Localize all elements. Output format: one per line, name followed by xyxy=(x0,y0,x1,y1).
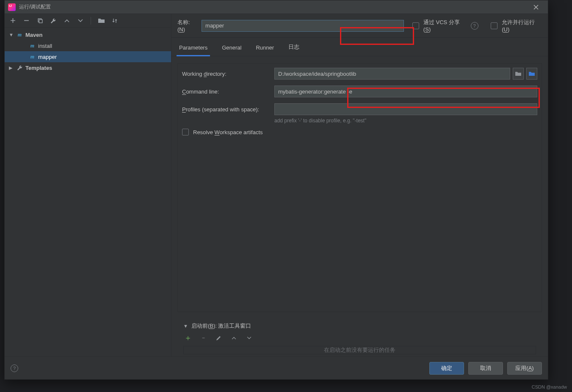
tab-logs[interactable]: 日志 xyxy=(287,39,301,56)
cmd-label: Command line: xyxy=(182,88,274,95)
cancel-button[interactable]: 取消 xyxy=(468,362,503,375)
tree-node-label: mapper xyxy=(38,54,57,60)
close-button[interactable] xyxy=(528,0,544,14)
config-panel: 名称:(N) 通过 VCS 分享(S) ? 允许并行运行(U) Paramete… xyxy=(171,14,548,356)
resolve-workspace-checkbox[interactable] xyxy=(182,129,189,135)
tab-general[interactable]: General xyxy=(220,40,243,56)
maven-icon: m xyxy=(17,32,23,38)
cmd-input[interactable] xyxy=(274,86,537,97)
wrench-icon xyxy=(17,65,23,71)
caret-right-icon: ▶ xyxy=(9,65,14,71)
before-launch-empty: 在启动之前没有要运行的任务 xyxy=(324,346,395,354)
tree-node-maven[interactable]: ▼ m Maven xyxy=(5,29,171,40)
apply-button[interactable]: 应用(A) xyxy=(507,362,542,375)
name-label: 名称:(N) xyxy=(177,19,197,33)
share-vcs-checkbox[interactable] xyxy=(412,22,419,29)
caret-down-icon: ▼ xyxy=(9,32,14,37)
before-launch-list[interactable]: 在启动之前没有要运行的任务 xyxy=(183,346,536,354)
move-up-button[interactable] xyxy=(63,17,71,25)
before-edit-button[interactable] xyxy=(215,334,222,342)
config-tree[interactable]: ▼ m Maven m install m mapper ▶ xyxy=(5,28,171,356)
titlebar: 运行/调试配置 xyxy=(5,0,548,14)
profiles-label: Profiles (separated with space): xyxy=(182,106,274,113)
ok-button[interactable]: 确定 xyxy=(429,362,464,375)
share-help-icon[interactable]: ? xyxy=(471,22,478,30)
browse-workdir-button[interactable] xyxy=(513,68,524,80)
tab-runner[interactable]: Runner xyxy=(254,40,276,56)
tab-bar: Parameters General Runner 日志 xyxy=(171,38,548,56)
workdir-label: Working directory: xyxy=(182,71,274,77)
before-add-button[interactable]: ＋ xyxy=(184,334,192,342)
header-bar: 名称:(N) 通过 VCS 分享(S) ? 允许并行运行(U) xyxy=(171,14,548,38)
resolve-workspace-label: Resolve Workspace artifacts xyxy=(193,129,263,135)
before-launch-title: 启动前(B): 激活工具窗口 xyxy=(191,322,251,330)
tree-node-label: Templates xyxy=(25,65,52,71)
tree-node-label: Maven xyxy=(25,32,42,38)
share-vcs-label: 通过 VCS 分享(S) xyxy=(423,19,467,33)
profiles-input[interactable] xyxy=(274,103,537,115)
svg-rect-1 xyxy=(39,19,42,23)
parameters-form: Working directory: Command line: xyxy=(177,63,542,312)
maven-icon: m xyxy=(29,43,36,49)
window-title: 运行/调试配置 xyxy=(19,3,51,11)
parallel-checkbox[interactable] xyxy=(491,22,497,29)
tree-node-mapper[interactable]: m mapper xyxy=(5,51,171,62)
tab-parameters[interactable]: Parameters xyxy=(177,40,209,56)
edit-templates-button[interactable] xyxy=(50,17,57,25)
before-up-button[interactable] xyxy=(230,334,238,342)
app-logo-icon xyxy=(8,3,16,11)
folder-button[interactable] xyxy=(97,17,105,25)
dialog-help-button[interactable]: ? xyxy=(11,364,18,372)
caret-down-icon[interactable]: ▼ xyxy=(183,323,188,329)
before-launch-section: ▼ 启动前(B): 激活工具窗口 ＋ － xyxy=(183,322,536,354)
workdir-input[interactable] xyxy=(274,68,510,80)
sidebar-toolbar xyxy=(5,14,171,28)
before-down-button[interactable] xyxy=(245,334,253,342)
sidebar: ▼ m Maven m install m mapper ▶ xyxy=(5,14,171,356)
parallel-label: 允许并行运行(U) xyxy=(502,19,542,33)
tree-node-label: install xyxy=(38,43,52,49)
tree-node-templates[interactable]: ▶ Templates xyxy=(5,62,171,73)
maven-icon: m xyxy=(29,54,36,60)
name-input[interactable] xyxy=(202,20,404,32)
profiles-hint: add prefix '-' to disable profile, e.g. … xyxy=(274,118,537,124)
copy-config-button[interactable] xyxy=(36,17,44,25)
module-workdir-button[interactable] xyxy=(526,68,537,80)
tree-node-install[interactable]: m install xyxy=(5,40,171,51)
dialog-footer: ? 确定 取消 应用(A) xyxy=(5,356,548,379)
watermark: CSDN @xanadw xyxy=(532,384,567,389)
before-remove-button[interactable]: － xyxy=(199,334,207,342)
move-down-button[interactable] xyxy=(77,17,84,25)
add-config-button[interactable] xyxy=(9,17,17,25)
remove-config-button[interactable] xyxy=(22,17,30,25)
sort-button[interactable] xyxy=(111,17,119,25)
